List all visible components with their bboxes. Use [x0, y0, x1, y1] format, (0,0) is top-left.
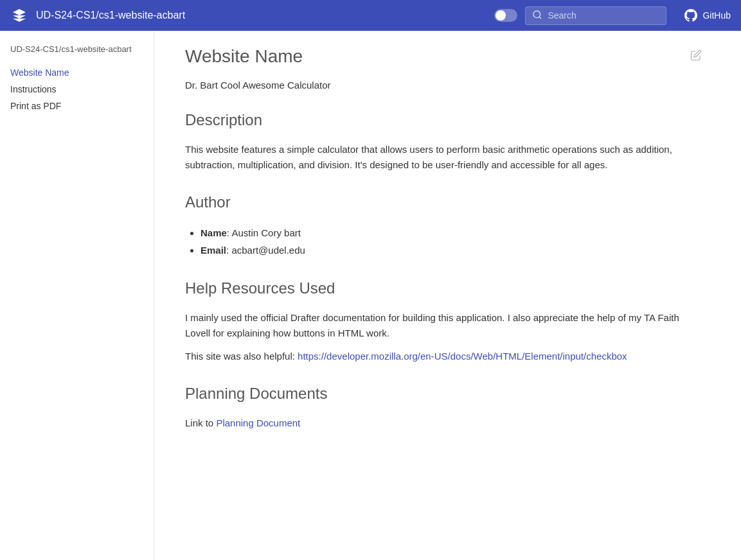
search-box[interactable] [525, 6, 666, 25]
edit-icon[interactable] [690, 49, 702, 64]
author-email-label: Email [201, 245, 226, 256]
toggle-button[interactable] [494, 9, 517, 22]
author-email-item: Email: acbart@udel.edu [201, 241, 702, 259]
sidebar: UD-S24-CS1/cs1-website-acbart Website Na… [0, 31, 154, 560]
main-content: Website Name Dr. Bart Cool Awesome Calcu… [154, 31, 733, 560]
help-resources-section: Help Resources Used I mainly used the of… [185, 279, 702, 364]
sidebar-nav: Website Name Instructions Print as PDF [10, 66, 143, 113]
author-section: Author Name: Austin Cory bart Email: acb… [185, 193, 702, 259]
app-header: UD-S24-CS1/cs1-website-acbart GitHub [0, 0, 741, 31]
sidebar-item-instructions[interactable]: Instructions [10, 82, 143, 96]
github-button[interactable]: GitHub [684, 9, 731, 22]
author-name-value: Austin Cory bart [231, 227, 301, 238]
planning-document-link[interactable]: Planning Document [216, 417, 300, 428]
author-list: Name: Austin Cory bart Email: acbart@ude… [185, 224, 702, 259]
planning-documents-text: Link to Planning Document [185, 416, 702, 431]
main-layout: UD-S24-CS1/cs1-website-acbart Website Na… [0, 31, 741, 560]
planning-documents-section: Planning Documents Link to Planning Docu… [185, 385, 702, 431]
help-resources-text1: I mainly used the official Drafter docum… [185, 310, 702, 341]
author-title: Author [185, 193, 702, 211]
description-text: This website features a simple calculato… [185, 142, 702, 173]
description-section: Description This website features a simp… [185, 111, 702, 173]
svg-point-0 [533, 11, 540, 18]
website-name-value: Dr. Bart Cool Awesome Calculator [185, 80, 702, 91]
search-input[interactable] [548, 10, 659, 21]
header-title: UD-S24-CS1/cs1-website-acbart [36, 10, 487, 21]
sidebar-breadcrumb: UD-S24-CS1/cs1-website-acbart [10, 44, 143, 55]
help-resources-title: Help Resources Used [185, 279, 702, 297]
description-title: Description [185, 111, 702, 129]
author-name-item: Name: Austin Cory bart [201, 224, 702, 241]
sidebar-item-website-name[interactable]: Website Name [10, 66, 143, 80]
svg-line-1 [540, 17, 542, 19]
author-name-label: Name [201, 227, 227, 238]
page-title-section: Website Name [185, 46, 702, 67]
planning-documents-title: Planning Documents [185, 385, 702, 403]
sidebar-item-print-as-pdf[interactable]: Print as PDF [10, 99, 143, 113]
help-resources-link[interactable]: https://developer.mozilla.org/en-US/docs… [298, 351, 627, 362]
app-logo [10, 6, 28, 24]
search-icon [532, 10, 542, 22]
github-label: GitHub [702, 10, 731, 21]
help-resources-text2: This site was also helpful: https://deve… [185, 349, 702, 364]
author-email-value: acbart@udel.edu [231, 245, 305, 256]
page-title: Website Name [185, 46, 303, 67]
